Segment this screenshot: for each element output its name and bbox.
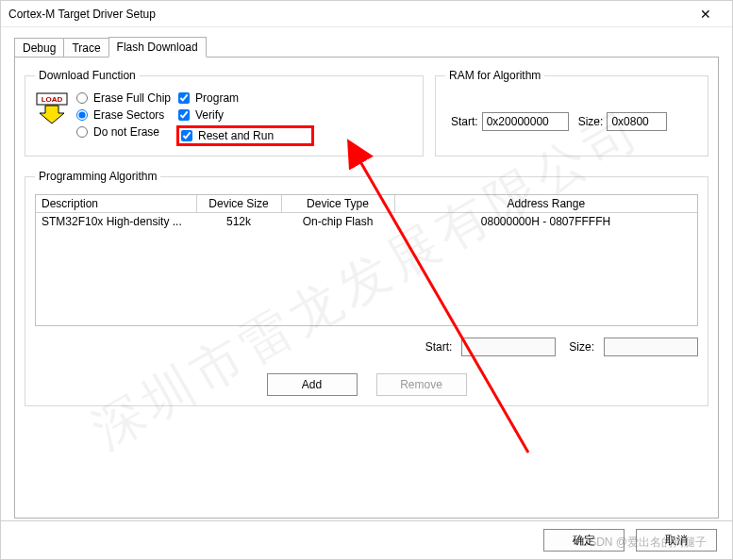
- remove-button[interactable]: Remove: [376, 373, 467, 396]
- alg-size-label: Size:: [569, 340, 594, 354]
- group-programming-algorithm: Programming Algorithm Description Device…: [25, 170, 708, 406]
- table-header-row: Description Device Size Device Type Addr…: [36, 195, 697, 213]
- highlight-reset-and-run: Reset and Run: [176, 125, 314, 146]
- cell-description: STM32F10x High-density ...: [36, 213, 196, 231]
- client-area: Debug Trace Flash Download Download Func…: [1, 27, 732, 520]
- tab-label: Trace: [72, 41, 100, 55]
- ram-size-input[interactable]: [607, 112, 667, 131]
- algorithm-range-row: Start: Size:: [35, 338, 698, 356]
- window-title: Cortex-M Target Driver Setup: [8, 8, 687, 21]
- col-address-range[interactable]: Address Range: [394, 195, 697, 213]
- cell-device-type: On-chip Flash: [281, 213, 394, 231]
- radio-erase-sectors[interactable]: Erase Sectors: [76, 108, 171, 122]
- cell-address-range: 08000000H - 0807FFFFH: [394, 213, 697, 231]
- check-verify[interactable]: Verify: [178, 108, 314, 122]
- cell-device-size: 512k: [196, 213, 281, 231]
- tabstrip: Debug Trace Flash Download: [14, 37, 719, 58]
- action-check-group: Program Verify Reset and Run: [178, 90, 314, 146]
- erase-radio-group: Erase Full Chip Erase Sectors Do not Era…: [76, 90, 171, 146]
- tab-label: Debug: [23, 41, 56, 55]
- tab-debug[interactable]: Debug: [14, 38, 64, 58]
- tab-flash-download[interactable]: Flash Download: [108, 37, 207, 58]
- group-download-function: Download Function LOAD Erase Full Chip E…: [25, 69, 424, 156]
- close-icon[interactable]: ✕: [687, 7, 725, 22]
- algorithm-table[interactable]: Description Device Size Device Type Addr…: [35, 194, 698, 326]
- table-row[interactable]: STM32F10x High-density ... 512k On-chip …: [36, 213, 697, 231]
- col-device-type[interactable]: Device Type: [281, 195, 394, 213]
- svg-marker-2: [40, 106, 64, 124]
- tab-trace[interactable]: Trace: [63, 38, 108, 58]
- col-device-size[interactable]: Device Size: [196, 195, 281, 213]
- group-legend: Download Function: [35, 69, 140, 82]
- dialog-window: Cortex-M Target Driver Setup ✕ Debug Tra…: [0, 0, 733, 560]
- group-legend: RAM for Algorithm: [445, 69, 544, 82]
- titlebar: Cortex-M Target Driver Setup ✕: [1, 1, 732, 27]
- ram-size-label: Size:: [578, 115, 604, 128]
- alg-size-input[interactable]: [604, 338, 698, 356]
- cancel-button[interactable]: 取消: [636, 529, 717, 552]
- dialog-button-bar: 确定 取消: [1, 520, 732, 559]
- svg-text:LOAD: LOAD: [42, 95, 63, 104]
- group-legend: Programming Algorithm: [35, 170, 160, 183]
- col-description[interactable]: Description: [36, 195, 196, 213]
- ram-start-label: Start:: [451, 115, 478, 128]
- radio-do-not-erase[interactable]: Do not Erase: [76, 125, 171, 139]
- tab-label: Flash Download: [117, 41, 198, 54]
- check-reset-and-run[interactable]: Reset and Run: [181, 129, 274, 142]
- alg-start-label: Start:: [425, 340, 453, 354]
- load-icon: LOAD: [35, 91, 69, 125]
- radio-erase-full-chip[interactable]: Erase Full Chip: [76, 91, 171, 105]
- check-program[interactable]: Program: [178, 91, 314, 105]
- algorithm-buttons: Add Remove: [35, 373, 698, 396]
- tab-panel-flash-download: Download Function LOAD Erase Full Chip E…: [14, 57, 719, 519]
- ok-button[interactable]: 确定: [543, 529, 625, 552]
- ram-start-input[interactable]: [482, 112, 569, 131]
- alg-start-input[interactable]: [461, 338, 556, 356]
- group-ram-for-algorithm: RAM for Algorithm Start: Size:: [435, 69, 708, 156]
- add-button[interactable]: Add: [267, 373, 358, 396]
